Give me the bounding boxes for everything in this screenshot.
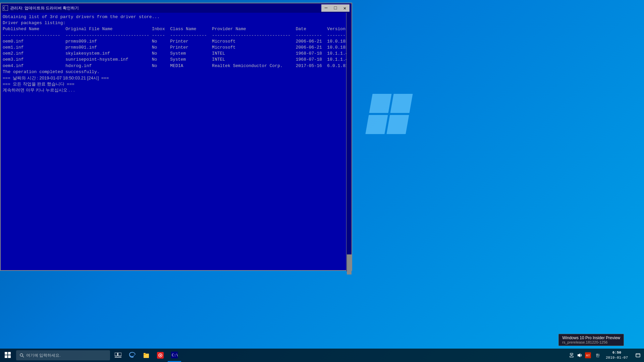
cmd-icon: C:\ (171, 352, 178, 358)
win-version-line1: Windows 10 Pro Insider Preview (562, 336, 620, 340)
cmd-line-7: oem0.inf prnms009.inf No Printer Microso… (3, 39, 350, 45)
start-icon (5, 352, 11, 359)
music-icon (157, 352, 164, 359)
notification-bell-icon (635, 353, 641, 358)
win-version-line2: rs_prerelease.181220-1256 (562, 340, 620, 344)
close-button[interactable]: ✕ (340, 4, 350, 12)
svg-point-12 (160, 355, 161, 356)
language-indicator[interactable]: 한 (594, 353, 602, 358)
explorer-icon (143, 352, 150, 359)
edge-button[interactable] (125, 349, 139, 362)
svg-marker-21 (578, 353, 580, 357)
network-icon (569, 353, 574, 358)
task-view-icon (115, 353, 121, 358)
notification-icon[interactable] (633, 351, 643, 360)
volume-tray-item[interactable] (577, 353, 582, 358)
search-icon (19, 353, 24, 358)
svg-line-3 (22, 356, 24, 357)
maximize-button[interactable]: □ (331, 4, 340, 12)
cmd-line-9: oem2.inf skylakesystem.inf No System INT… (3, 51, 350, 57)
minimize-button[interactable]: ─ (321, 4, 331, 12)
systray: RT (566, 349, 594, 362)
clock-date: 2019-01-07 (606, 355, 628, 360)
cmd-window: C 관리자: 업데이트와 드라이버 확인하기 ─ □ ✕ Obtaining l… (0, 3, 352, 271)
notification-area[interactable] (632, 349, 644, 362)
cmd-line-2: Driver packages listing: (3, 20, 350, 26)
explorer-button[interactable] (140, 349, 153, 362)
svg-rect-5 (118, 353, 121, 356)
task-view-button[interactable] (111, 349, 125, 362)
cmd-line-13: The operation completed successfully. (3, 69, 350, 75)
cmd-content-area[interactable]: Obtaining list of 3rd party drivers from… (1, 13, 352, 270)
cmd-titlebar: C 관리자: 업데이트와 드라이버 확인하기 ─ □ ✕ (1, 3, 352, 13)
taskbar: 여기에 입력하세요. (0, 349, 644, 362)
cmd-line-19: === 모든 작업을 완료 했습니다 === (3, 81, 350, 87)
edge-icon (129, 352, 136, 359)
cmd-controls: ─ □ ✕ (321, 4, 350, 12)
svg-text:RT: RT (586, 354, 590, 357)
cmd-window-icon: C (3, 5, 8, 11)
svg-rect-24 (636, 354, 640, 357)
svg-text:C:\: C:\ (172, 353, 178, 357)
svg-rect-4 (115, 353, 117, 356)
start-button[interactable] (0, 349, 16, 362)
svg-text:C: C (3, 6, 5, 10)
cmd-taskbar-button[interactable]: C:\ (168, 349, 181, 362)
cmd-line-22: 계속하려면 아무 키나 누르십시오 . . . (3, 87, 350, 93)
win-version-tooltip: Windows 10 Pro Insider Preview rs_prerel… (558, 334, 624, 346)
cmd-line-0: Obtaining list of 3rd party drivers from… (3, 14, 350, 20)
desktop-logo (369, 94, 409, 134)
cmd-line-6: ---------------------- -----------------… (3, 33, 350, 39)
network-tray-item[interactable] (569, 353, 574, 358)
taskbar-right: RT 한 6:50 2019-01-07 (566, 349, 644, 362)
cmd-line-11: oem4.inf hdxrog.inf No MEDIA Realtek Sem… (3, 63, 350, 69)
cmd-line-5: Published Name Original File Name Inbox … (3, 26, 350, 32)
cmd-scroll-thumb[interactable] (347, 254, 352, 275)
realtek-tray-item[interactable]: RT (585, 352, 591, 358)
cmd-title-left: C 관리자: 업데이트와 드라이버 확인하기 (3, 5, 79, 11)
volume-icon (577, 353, 582, 358)
svg-rect-9 (144, 353, 146, 354)
clock-time: 6:50 (612, 350, 621, 355)
cmd-line-10: oem3.inf sunrisepoint-hsystem.inf No Sys… (3, 57, 350, 63)
cmd-line-16: === 날짜와 시간 : 2019-01-07 18:50:03.21 [24시… (3, 75, 350, 81)
cmd-title-text: 관리자: 업데이트와 드라이버 확인하기 (10, 5, 79, 11)
taskbar-apps: C:\ (111, 349, 181, 362)
svg-rect-15 (570, 356, 573, 357)
cmd-line-8: oem1.inf prnms001.inf No Printer Microso… (3, 45, 350, 51)
media-app-button[interactable] (154, 349, 167, 362)
taskbar-search[interactable]: 여기에 입력하세요. (16, 350, 110, 360)
cmd-scrollbar[interactable] (346, 13, 352, 272)
realtek-icon: RT (585, 352, 591, 358)
search-placeholder: 여기에 입력하세요. (26, 353, 61, 358)
svg-point-2 (20, 354, 23, 356)
clock[interactable]: 6:50 2019-01-07 (602, 349, 632, 362)
lang-text: 한 (596, 353, 600, 358)
